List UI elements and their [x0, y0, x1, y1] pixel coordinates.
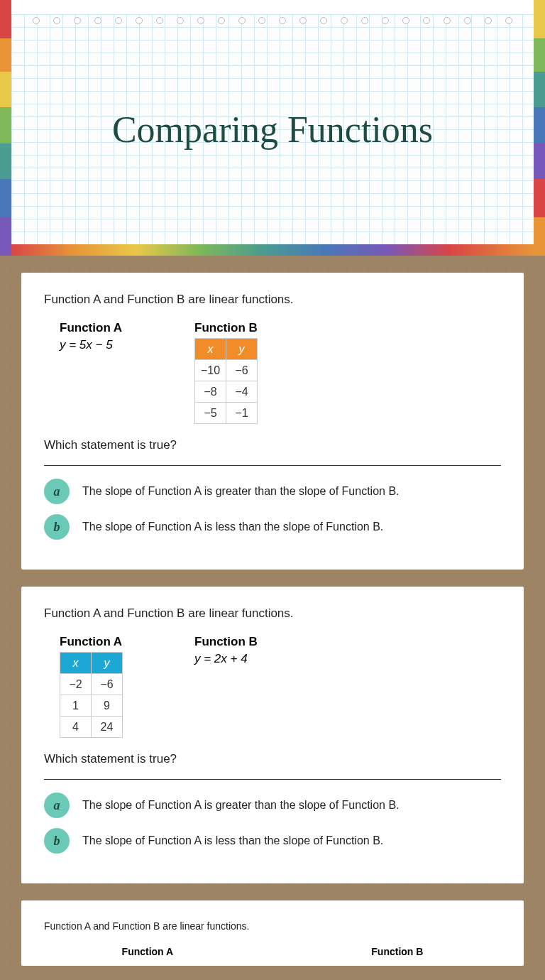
question-3-card: Function A and Function B are linear fun…: [21, 900, 524, 966]
question-2-card: Function A and Function B are linear fun…: [21, 587, 524, 883]
choice-bubble-b: b: [44, 828, 70, 854]
table-cell: −5: [195, 403, 226, 424]
rainbow-border-right: [534, 0, 545, 256]
q1-funcA-equation: y = 5x − 5: [60, 338, 152, 352]
q1-function-b: Function B xy −10−6 −8−4 −5−1: [194, 321, 287, 424]
q3-functions: Function A Function B: [44, 946, 501, 960]
q1-funcB-table: xy −10−6 −8−4 −5−1: [194, 338, 258, 424]
q2-choice-a-text: The slope of Function A is greater than …: [82, 799, 400, 812]
q2-funcB-title: Function B: [194, 635, 287, 649]
q2-function-b: Function B y = 2x + 4: [194, 635, 287, 738]
q1-choice-b-text: The slope of Function A is less than the…: [82, 521, 383, 533]
rainbow-border-bottom: [11, 244, 534, 256]
table-cell: 4: [60, 717, 92, 738]
q1-functions: Function A y = 5x − 5 Function B xy −10−…: [60, 321, 501, 424]
q1-prompt: Function A and Function B are linear fun…: [44, 293, 501, 307]
table-cell: −6: [92, 674, 123, 695]
q2-choice-b-text: The slope of Function A is less than the…: [82, 834, 383, 847]
q1-funcA-title: Function A: [60, 321, 152, 335]
question-1-card: Function A and Function B are linear fun…: [21, 273, 524, 570]
divider: [44, 779, 501, 780]
table-cell: −1: [226, 403, 258, 424]
table-cell: 1: [60, 695, 92, 717]
q2-prompt: Function A and Function B are linear fun…: [44, 606, 501, 621]
table-cell: −10: [195, 360, 226, 381]
q2-funcA-table: xy −2−6 19 424: [60, 652, 123, 738]
q2-funcB-equation: y = 2x + 4: [194, 652, 287, 666]
table-header-x: x: [195, 339, 226, 360]
q2-funcA-title: Function A: [60, 635, 152, 649]
choice-bubble-a: a: [44, 793, 70, 818]
q1-choice-b[interactable]: b The slope of Function A is less than t…: [44, 514, 501, 540]
table-cell: 9: [92, 695, 123, 717]
notebook-binding: [33, 17, 512, 26]
q2-functions: Function A xy −2−6 19 424 Function B y =…: [60, 635, 501, 738]
table-cell: 24: [92, 717, 123, 738]
q1-choice-a[interactable]: a The slope of Function A is greater tha…: [44, 479, 501, 504]
grid-paper: Comparing Functions: [11, 14, 534, 244]
divider: [44, 465, 501, 466]
q3-funcB-title: Function B: [371, 946, 423, 957]
q1-choice-a-text: The slope of Function A is greater than …: [82, 485, 400, 498]
table-cell: −6: [226, 360, 258, 381]
page-title: Comparing Functions: [112, 109, 433, 151]
q1-funcB-title: Function B: [194, 321, 287, 335]
table-cell: −8: [195, 381, 226, 403]
q3-prompt: Function A and Function B are linear fun…: [44, 920, 501, 932]
q2-which: Which statement is true?: [44, 752, 501, 766]
q2-choice-b[interactable]: b The slope of Function A is less than t…: [44, 828, 501, 854]
content-area: Function A and Function B are linear fun…: [0, 273, 545, 980]
q2-function-a: Function A xy −2−6 19 424: [60, 635, 152, 738]
q3-funcA-title: Function A: [122, 946, 174, 957]
table-header-x: x: [60, 653, 92, 674]
choice-bubble-a: a: [44, 479, 70, 504]
header-section: Comparing Functions: [0, 0, 545, 256]
q2-choice-a[interactable]: a The slope of Function A is greater tha…: [44, 793, 501, 818]
table-cell: −2: [60, 674, 92, 695]
table-header-y: y: [226, 339, 258, 360]
rainbow-border-left: [0, 0, 11, 256]
q1-function-a: Function A y = 5x − 5: [60, 321, 152, 424]
table-cell: −4: [226, 381, 258, 403]
choice-bubble-b: b: [44, 514, 70, 540]
table-header-y: y: [92, 653, 123, 674]
q1-which: Which statement is true?: [44, 438, 501, 452]
